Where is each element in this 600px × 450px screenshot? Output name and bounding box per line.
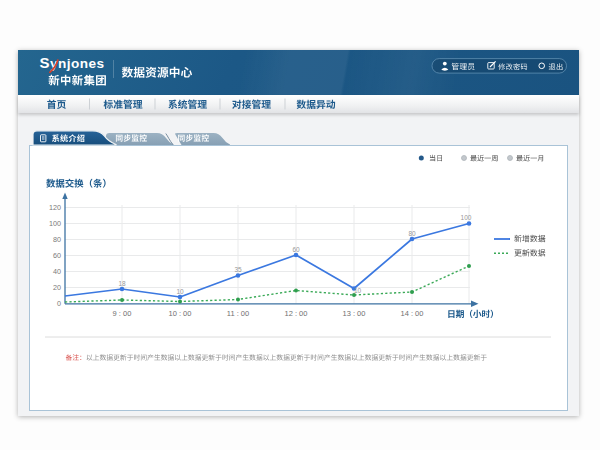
svg-text:12 : 00: 12 : 00 [285, 309, 308, 318]
svg-text:18: 18 [118, 280, 126, 287]
svg-text:60: 60 [292, 246, 300, 253]
svg-text:0: 0 [57, 299, 61, 308]
svg-text:14 : 00: 14 : 00 [401, 309, 424, 318]
svg-text:10: 10 [176, 288, 184, 295]
svg-text:10: 10 [354, 287, 362, 294]
svg-text:9 : 00: 9 : 00 [113, 309, 132, 318]
svg-text:35: 35 [234, 266, 242, 273]
svg-text:80: 80 [53, 235, 61, 244]
svg-text:100: 100 [49, 219, 61, 228]
svg-text:100: 100 [461, 214, 472, 221]
svg-text:80: 80 [408, 230, 416, 237]
svg-text:20: 20 [53, 283, 61, 292]
svg-text:13 : 00: 13 : 00 [343, 309, 366, 318]
svg-text:40: 40 [53, 267, 61, 276]
svg-text:Synjones: Synjones [40, 54, 105, 71]
svg-text:120: 120 [49, 203, 61, 212]
svg-text:10 : 00: 10 : 00 [169, 309, 192, 318]
svg-text:11 : 00: 11 : 00 [227, 309, 249, 318]
svg-text:60: 60 [53, 251, 61, 260]
